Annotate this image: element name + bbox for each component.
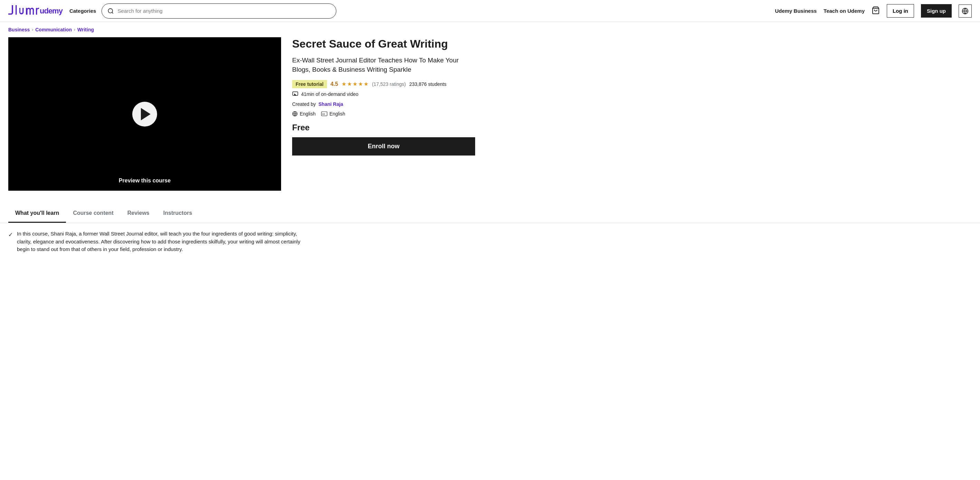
video-duration: 41min of on-demand video (301, 91, 358, 97)
lang-globe-text: English (300, 111, 316, 117)
header-right: Udemy Business Teach on Udemy Log in Sig… (775, 4, 972, 17)
rating-number: 4.5 (331, 81, 338, 87)
created-row: Created by Shani Raja (292, 101, 475, 107)
login-button[interactable]: Log in (887, 4, 914, 17)
svg-line-2 (112, 12, 113, 13)
video-section: Preview this course (8, 37, 281, 191)
logo-area: udemy udemy Categories (8, 5, 96, 17)
tab-instructors[interactable]: Instructors (156, 204, 199, 223)
learn-item-1: ✓ In this course, Shani Raja, a former W… (8, 230, 302, 253)
course-subtitle: Ex-Wall Street Journal Editor Teaches Ho… (292, 56, 475, 74)
svg-point-1 (108, 8, 113, 13)
teach-link[interactable]: Teach on Udemy (824, 8, 865, 14)
check-icon-1: ✓ (8, 231, 13, 253)
star-half: ★ (364, 81, 368, 87)
price-label: Free (292, 123, 475, 132)
tabs-section: What you'll learn Course content Reviews… (0, 204, 980, 223)
video-meta: 41min of on-demand video (292, 91, 475, 97)
categories-button[interactable]: Categories (69, 8, 96, 14)
enroll-button[interactable]: Enroll now (292, 137, 475, 155)
course-title: Secret Sauce of Great Writing (292, 37, 475, 50)
learn-section: ✓ In this course, Shani Raja, a former W… (0, 223, 311, 265)
play-button[interactable] (132, 102, 157, 127)
tab-course-content[interactable]: Course content (66, 204, 120, 223)
search-input[interactable] (118, 8, 331, 14)
globe-icon (962, 8, 969, 14)
breadcrumb-writing: Writing (77, 27, 94, 32)
instructor-link[interactable]: Shani Raja (318, 101, 343, 107)
video-icon (292, 91, 298, 97)
language-button[interactable] (959, 5, 972, 17)
tab-reviews[interactable]: Reviews (121, 204, 156, 223)
tab-what-you-learn[interactable]: What you'll learn (8, 204, 66, 223)
breadcrumb-sep-1: › (32, 27, 33, 32)
signup-button[interactable]: Sign up (921, 4, 952, 17)
learn-text-1: In this course, Shani Raja, a former Wal… (17, 230, 302, 253)
rating-row: Free tutorial 4.5 ★ ★ ★ ★ ★ (17,523 rati… (292, 80, 475, 88)
udemy-business-link[interactable]: Udemy Business (775, 8, 817, 14)
lang-row: English CC English (292, 111, 475, 117)
star-2: ★ (347, 81, 352, 87)
star-1: ★ (342, 81, 346, 87)
stars: ★ ★ ★ ★ ★ (342, 81, 368, 87)
preview-label: Preview this course (119, 177, 170, 184)
svg-marker-7 (294, 93, 296, 95)
free-badge: Free tutorial (292, 80, 327, 88)
main-content: Preview this course Secret Sauce of Grea… (0, 37, 484, 204)
course-info: Secret Sauce of Great Writing Ex-Wall St… (292, 37, 475, 191)
breadcrumb: Business › Communication › Writing (0, 22, 980, 37)
breadcrumb-business[interactable]: Business (8, 27, 30, 32)
cart-icon[interactable] (872, 6, 880, 16)
cc-icon: CC (321, 111, 327, 116)
lang-globe-item: English (292, 111, 316, 117)
search-bar (102, 3, 336, 19)
svg-text:CC: CC (322, 113, 325, 115)
breadcrumb-sep-2: › (74, 27, 75, 32)
udemy-logo[interactable]: udemy udemy (8, 5, 62, 17)
rating-count: (17,523 ratings) (372, 81, 406, 87)
tabs: What you'll learn Course content Reviews… (8, 204, 972, 223)
search-icon (107, 8, 114, 14)
created-by-label: Created by (292, 101, 316, 107)
star-3: ★ (353, 81, 357, 87)
lang-globe-icon (292, 111, 298, 117)
video-player[interactable]: Preview this course (8, 37, 281, 191)
breadcrumb-communication[interactable]: Communication (35, 27, 72, 32)
lang-cc-item: CC English (321, 111, 345, 117)
lang-cc-text: English (329, 111, 345, 117)
students-count: 233,876 students (409, 81, 446, 87)
star-4: ★ (358, 81, 363, 87)
header: udemy udemy Categories Udemy Business Te… (0, 0, 980, 22)
